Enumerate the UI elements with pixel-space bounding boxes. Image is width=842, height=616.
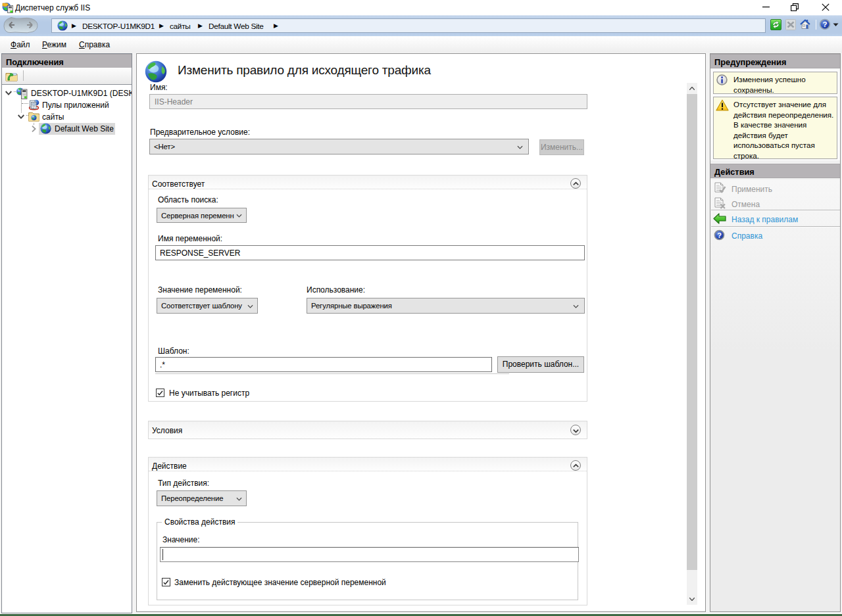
svg-text:?: ?: [717, 231, 722, 239]
svg-text:?: ?: [822, 20, 827, 28]
